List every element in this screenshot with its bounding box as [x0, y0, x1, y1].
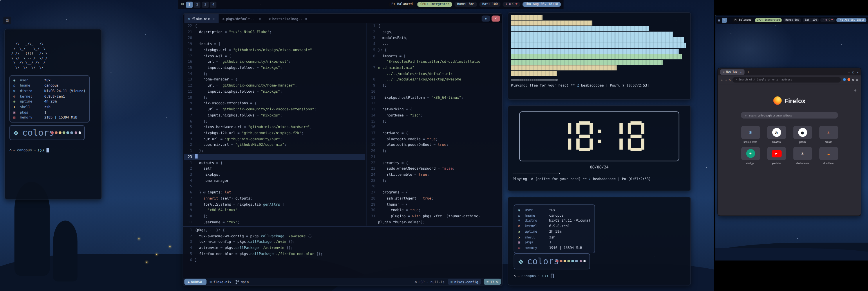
code-line: plugin thunar-volman]; — [367, 219, 502, 225]
gpu-widget: GPU: Integrated — [418, 2, 452, 7]
code-line: 3 modulesPath, — [367, 35, 502, 41]
home-icon: ⌂ — [514, 273, 516, 278]
pane-separator-vertical[interactable] — [366, 23, 366, 225]
code-line: 4 astronvim = pkgs.callPackage ./astronv… — [184, 245, 502, 251]
launcher-icon[interactable]: ⊞ — [181, 2, 184, 7]
launcher-icon[interactable]: ⊞ — [718, 19, 720, 22]
new-tab-button[interactable]: + — [747, 70, 749, 74]
terminal-window-fetch-left[interactable]: /\ _/\_ /\ / \_/ \_/ \ / /\ ()() /\ \ \ … — [4, 29, 102, 200]
tab-close-icon[interactable]: × — [213, 16, 215, 20]
palette-dot — [564, 260, 566, 263]
buffer-toggle-button[interactable]: ◉ — [482, 15, 490, 21]
firefox-navbar: ← → ↻ ⌕ Search with Google or enter addr… — [718, 76, 861, 85]
editor-window[interactable]: ❄flake.nix×⚙pkgs/default...×❄hosts/isoIm… — [183, 13, 503, 286]
tab-close-icon[interactable]: × — [740, 70, 742, 73]
window-close-button[interactable]: × — [491, 15, 500, 21]
shortcut-tile-chat.openai[interactable]: ✳chat.openai — [790, 147, 815, 165]
shortcut-tile-search.nixos[interactable]: ❄search.nixos — [738, 126, 763, 143]
shortcut-icon[interactable]: ▶ — [767, 147, 786, 160]
extension-icon[interactable] — [843, 78, 846, 81]
clock-widget[interactable]: Thu Aug 08, 18:18 — [836, 18, 866, 22]
palette-icon: ❖ — [13, 127, 20, 138]
personalize-gear-icon[interactable]: ⚙ — [855, 88, 857, 92]
extension-icon[interactable] — [847, 78, 850, 81]
menu-icon[interactable]: ≡ — [856, 78, 858, 81]
newtab-search-input[interactable]: ⌕ Search with Google or enter address — [741, 112, 838, 118]
firefox-window[interactable]: ◻ New Tab × + ─ □ × ← → ↻ ⌕ Search with … — [717, 68, 861, 216]
shell-prompt[interactable]: ⌂ → canopus ~ ❯❯❯ — [514, 273, 685, 278]
git-branch-icon — [235, 279, 239, 284]
fetch-row-distro: ❄distroNixOS 24.11 (Vicuna) — [13, 88, 86, 93]
terminal-window-fetch-right[interactable]: ◉usertux⌂hnamecanopus❄distroNixOS 24.11 … — [508, 197, 691, 285]
workspace-tag-4[interactable]: 4 — [210, 1, 217, 7]
mini-launcher-icon[interactable]: ⊞ — [3, 17, 11, 24]
shortcut-tiles: ❄search.nixosaamazon●github✳claude✳chatg… — [738, 126, 842, 165]
editor-statusline: ◆NORMAL ❄flake.nix main ⚙LSP ~ null-ls ❄… — [183, 278, 502, 286]
shortcut-tile-github[interactable]: ●github — [790, 126, 815, 143]
editor-pane-flake[interactable]: 22{21 description = "tux's NixOS Flake";… — [184, 23, 366, 225]
back-icon[interactable]: ← — [721, 78, 723, 81]
shortcut-icon[interactable]: ✳ — [819, 126, 838, 139]
shortcut-icon[interactable]: ✳ — [793, 147, 812, 160]
profile-icon[interactable]: ☻ — [852, 78, 854, 81]
forward-icon[interactable]: → — [725, 78, 727, 81]
workspace-tag-2[interactable]: 2 — [194, 1, 200, 7]
shortcut-tile-claude[interactable]: ✳claude — [816, 126, 841, 143]
tab-close-icon[interactable]: × — [305, 16, 307, 20]
fetch-row-hname: ⌂hnamecanopus — [13, 83, 86, 88]
maximize-button[interactable]: □ — [852, 70, 855, 73]
editor-pane-iso[interactable]: 1{2 pkgs,3 modulesPath,4 ...5}: {6 impor… — [367, 23, 502, 225]
shortcut-tile-chatgpt[interactable]: ✳chatgpt — [738, 147, 763, 165]
status-bar-secondary: ⊞ 1 P: Balanced GPU: Integrated Home: 6m… — [716, 17, 868, 24]
tray-icon[interactable]: ☾ — [512, 3, 514, 6]
editor-pane-pkgs[interactable]: 1{pkgs, ...}: {2 tux-awesome-wm-config =… — [184, 227, 502, 278]
shortcut-tile-amazon[interactable]: aamazon — [764, 126, 788, 143]
browser-tab-new-tab[interactable]: ◻ New Tab × — [720, 69, 745, 75]
editor-tabline: ❄flake.nix×⚙pkgs/default...×❄hosts/isoIm… — [183, 14, 502, 23]
code-line: 7 inputs.nixpkgs.follows = "nixpkgs"; — [184, 112, 366, 118]
editor-tab-pkgs/default...[interactable]: ⚙pkgs/default...× — [218, 14, 265, 23]
code-line: 11 inputs.nixpkgs.follows = "nixpkgs"; — [184, 89, 366, 94]
shortcut-icon[interactable]: ☁ — [819, 147, 838, 160]
shortcut-icon[interactable]: ✳ — [741, 147, 760, 160]
tray-icon[interactable]: ◉ — [509, 3, 511, 6]
shortcut-tile-cloudflare[interactable]: ☁cloudflare — [816, 147, 841, 165]
code-line: 22 security = { — [367, 160, 502, 166]
close-button[interactable]: × — [857, 70, 859, 73]
tray-icon[interactable]: ♪ — [823, 19, 824, 22]
code-line: 19 bluetooth.powerOnBoot = true; — [367, 142, 502, 148]
fetch-row-pkgs: ▣pkgs1 — [13, 110, 86, 115]
battery-widget: Bat: 100 — [803, 18, 819, 22]
code-line: 9 "x86_64-linux" — [184, 207, 366, 213]
tray-icon[interactable]: ♥ — [831, 19, 833, 22]
minimize-button[interactable]: ─ — [848, 70, 850, 73]
tray-icon[interactable]: ♪ — [505, 3, 507, 6]
code-line: 2 sops-nix.url = "github:Mic92/sops-nix"… — [184, 142, 366, 148]
workspace-tag-1[interactable]: 1 — [722, 18, 727, 23]
editor-tab-hosts/isoImag..[interactable]: ❄hosts/isoImag..× — [265, 14, 311, 23]
shortcut-icon[interactable]: a — [767, 126, 786, 139]
extension-icons — [843, 78, 850, 81]
palette-dot — [67, 132, 69, 134]
url-bar[interactable]: ⌕ Search with Google or enter address — [733, 77, 841, 82]
shortcut-tile-youtube[interactable]: ▶youtube — [764, 147, 788, 165]
code-line: 1 }; — [184, 148, 366, 154]
clock-date: 08/08/24 — [513, 165, 686, 170]
clock-widget[interactable]: Thu Aug 08, 18:18 — [523, 2, 561, 7]
workspace-tag-3[interactable]: 3 — [202, 1, 209, 7]
tray-icon[interactable]: ☾ — [828, 19, 830, 22]
shortcut-icon[interactable]: ❄ — [741, 126, 760, 139]
music-note-icon: ♫ — [589, 177, 591, 180]
tray-icon[interactable]: ♥ — [516, 3, 518, 6]
shell-prompt[interactable]: ⌂ → canopus ~ ❯❯❯ — [9, 148, 97, 152]
shortcut-icon[interactable]: ● — [793, 126, 812, 139]
reload-icon[interactable]: ↻ — [729, 78, 731, 81]
code-line: 1{pkgs, ...}: { — [184, 227, 502, 233]
code-line: 15 inputs.nixpkgs.follows = "nixpkgs"; — [184, 65, 366, 70]
pane-separator-horizontal[interactable] — [183, 226, 502, 227]
workspace-tag-1[interactable]: 1 — [186, 1, 193, 7]
tab-close-icon[interactable]: × — [259, 16, 261, 20]
tray-icon[interactable]: ◉ — [825, 19, 827, 22]
ping-widget: Home: 6ms — [783, 18, 801, 22]
editor-tab-flake.nix[interactable]: ❄flake.nix× — [184, 14, 218, 23]
